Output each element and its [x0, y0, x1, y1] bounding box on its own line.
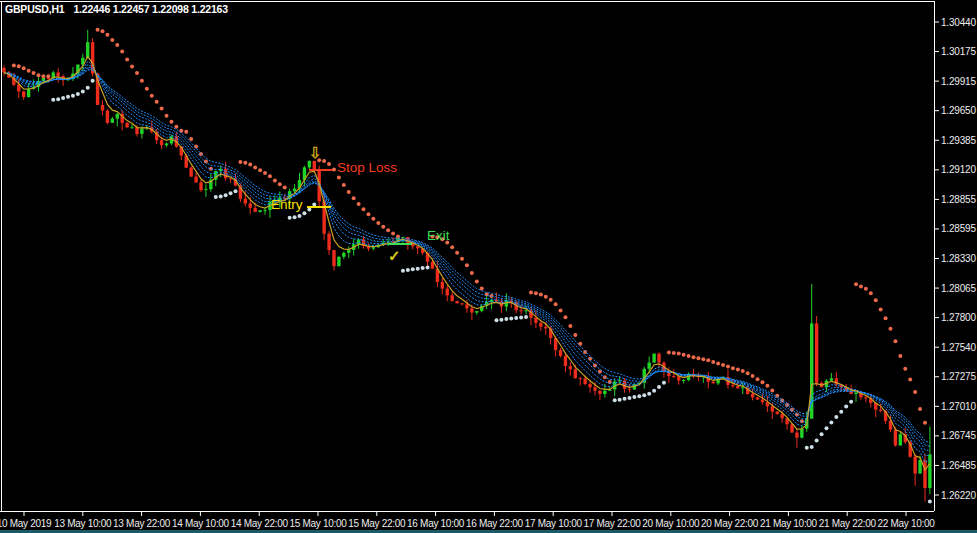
- psar-dot: [46, 74, 50, 78]
- exit-label[interactable]: Exit: [427, 228, 450, 243]
- candle-body: [771, 406, 774, 411]
- psar-dot: [293, 215, 297, 219]
- psar-dot: [155, 100, 159, 104]
- plot-area[interactable]: [1, 1, 934, 511]
- price-tick-label: 1.27540: [941, 342, 976, 353]
- check-mark-icon[interactable]: ✓: [388, 249, 401, 263]
- psar-dot: [731, 366, 735, 370]
- psar-dot: [352, 196, 356, 200]
- psar-dot: [529, 291, 533, 295]
- time-axis[interactable]: 10 May 201913 May 10:0013 May 22:0014 Ma…: [0, 512, 935, 529]
- price-tick-label: 1.30440: [941, 17, 976, 28]
- sell-arrow-icon[interactable]: ⇩: [309, 146, 322, 160]
- stop-loss-line[interactable]: [309, 169, 332, 171]
- candle-body: [111, 119, 114, 123]
- psar-dot: [765, 384, 769, 388]
- psar-dot: [642, 393, 646, 397]
- psar-dot: [27, 69, 31, 73]
- psar-dot: [721, 363, 725, 367]
- candle-body: [899, 434, 902, 445]
- psar-dot: [214, 195, 218, 199]
- psar-dot: [504, 317, 508, 321]
- candle-body: [780, 414, 783, 418]
- price-tick-label: 1.26220: [941, 490, 976, 501]
- entry-line[interactable]: [307, 206, 331, 208]
- psar-dot: [386, 228, 390, 232]
- candle-body: [327, 234, 330, 250]
- time-tick-label: 13 May 10:00: [54, 518, 112, 529]
- psar-dot: [81, 90, 85, 94]
- candle-body: [308, 161, 311, 167]
- psar-dot: [381, 225, 385, 229]
- psar-dot: [233, 189, 237, 193]
- time-tick-label: 20 May 10:00: [642, 518, 700, 529]
- psar-dot: [810, 445, 814, 449]
- price-tick-label: 1.29650: [941, 105, 976, 116]
- psar-dot: [662, 381, 666, 385]
- psar-dot: [849, 400, 853, 404]
- psar-dot: [898, 354, 902, 358]
- candle-body: [652, 354, 655, 363]
- psar-dot: [499, 318, 503, 322]
- candle-body: [253, 208, 256, 212]
- candle-body: [800, 429, 803, 438]
- price-tick-label: 1.26745: [941, 430, 976, 441]
- candle-body: [332, 250, 335, 266]
- candle-body: [475, 311, 478, 313]
- psar-dot: [519, 316, 523, 320]
- psar-dot: [839, 410, 843, 414]
- psar-dot: [854, 282, 858, 286]
- psar-dot: [22, 66, 26, 70]
- psar-dot: [460, 257, 464, 261]
- candle-body: [56, 72, 59, 76]
- psar-dot: [362, 207, 366, 211]
- psar-dot: [568, 324, 572, 328]
- candle-body: [455, 301, 458, 303]
- psar-dot: [524, 315, 528, 319]
- psar-dot: [140, 79, 144, 83]
- price-tick-label: 1.26485: [941, 460, 976, 471]
- psar-dot: [41, 74, 45, 78]
- candle-body: [130, 127, 133, 128]
- price-chart-canvas[interactable]: 1.304401.301751.299151.296501.293851.291…: [0, 0, 977, 533]
- stop-loss-label[interactable]: Stop Loss: [337, 160, 397, 175]
- psar-dot: [741, 369, 745, 373]
- candle-body: [761, 400, 764, 403]
- entry-label[interactable]: Entry: [271, 197, 303, 212]
- psar-dot: [288, 216, 292, 220]
- psar-dot: [652, 389, 656, 393]
- candle-body: [657, 354, 660, 363]
- candle-body: [593, 387, 596, 391]
- psar-dot: [160, 107, 164, 111]
- price-tick-label: 1.28855: [941, 194, 976, 205]
- candle-body: [731, 385, 734, 386]
- candle-body: [923, 460, 926, 488]
- exit-line[interactable]: [388, 243, 412, 245]
- candle-body: [47, 78, 50, 79]
- candle-body: [204, 189, 207, 190]
- psar-dot: [563, 315, 567, 319]
- candle-body: [337, 257, 340, 266]
- psar-dot: [672, 351, 676, 355]
- candle-body: [194, 177, 197, 183]
- price-tick-label: 1.28065: [941, 283, 976, 294]
- candle-body: [125, 123, 128, 127]
- psar-dot: [391, 232, 395, 236]
- psar-dot: [696, 356, 700, 360]
- candle-body: [647, 363, 650, 369]
- psar-dot: [337, 176, 341, 180]
- psar-dot: [36, 73, 40, 77]
- price-tick-label: 1.27800: [941, 312, 976, 323]
- price-axis[interactable]: 1.304401.301751.299151.296501.293851.291…: [934, 17, 976, 501]
- psar-dot: [51, 98, 55, 102]
- time-tick-label: 16 May 10:00: [407, 518, 465, 529]
- psar-dot: [174, 125, 178, 129]
- psar-dot: [455, 251, 459, 255]
- price-tick-label: 1.29385: [941, 135, 976, 146]
- psar-dot: [145, 87, 149, 91]
- psar-dot: [12, 64, 16, 68]
- psar-dot: [278, 182, 282, 186]
- psar-dot: [889, 327, 893, 331]
- candle-body: [372, 247, 375, 248]
- candle-body: [140, 128, 143, 134]
